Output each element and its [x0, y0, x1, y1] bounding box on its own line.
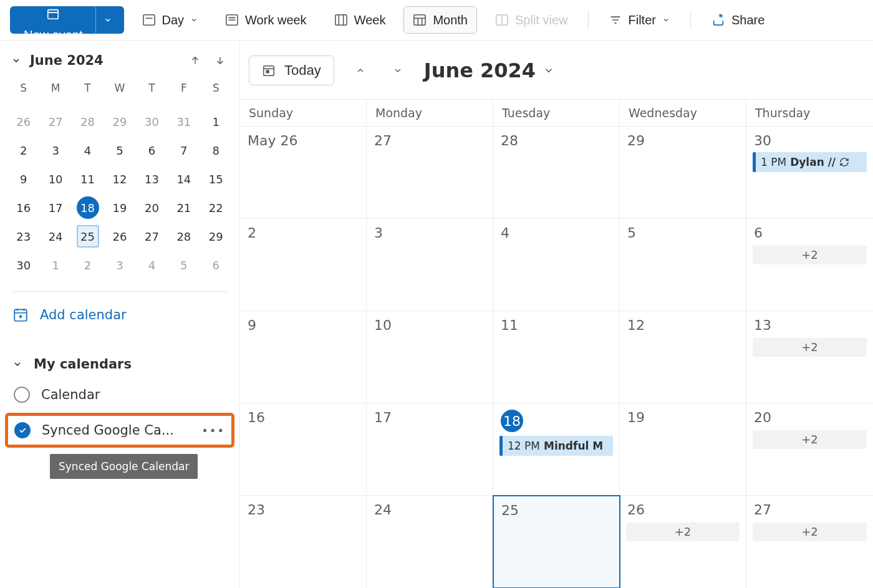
minical-day[interactable]: 27: [136, 224, 168, 249]
minical-day[interactable]: 1: [39, 253, 71, 277]
filter-button[interactable]: Filter: [600, 6, 678, 34]
day-cell[interactable]: 11: [493, 311, 620, 403]
minical-day[interactable]: 11: [72, 166, 104, 191]
day-cell[interactable]: 13+2: [746, 311, 873, 403]
next-period-button[interactable]: [387, 62, 409, 79]
minical-day[interactable]: 5: [168, 253, 200, 277]
minical-day[interactable]: 19: [104, 195, 135, 220]
day-cell[interactable]: 27+2: [746, 496, 873, 588]
day-cell[interactable]: 16: [240, 403, 367, 495]
minical-day[interactable]: 2: [7, 138, 39, 163]
minical-day[interactable]: 20: [136, 195, 168, 220]
minical-day[interactable]: 3: [104, 253, 135, 277]
calendar-row[interactable]: Synced Google Ca...•••: [8, 416, 231, 445]
day-cell[interactable]: 10: [367, 311, 493, 403]
minical-day[interactable]: 4: [72, 138, 104, 163]
minical-day[interactable]: 7: [168, 138, 200, 163]
day-cell[interactable]: 26+2: [620, 496, 746, 588]
minical-day[interactable]: 21: [168, 195, 200, 220]
day-cell[interactable]: 25: [493, 495, 620, 588]
minical-day[interactable]: 8: [200, 138, 232, 163]
more-events-pill[interactable]: +2: [753, 246, 867, 264]
minical-day[interactable]: 1: [200, 109, 232, 134]
minical-day[interactable]: 30: [136, 109, 168, 134]
minical-day[interactable]: 24: [39, 224, 71, 249]
minical-day[interactable]: 23: [7, 224, 39, 249]
day-number: 23: [246, 501, 360, 519]
day-cell[interactable]: 20+2: [746, 403, 873, 495]
day-cell[interactable]: 17: [367, 403, 493, 495]
calendar-row[interactable]: Calendar: [7, 380, 232, 409]
new-event-split[interactable]: [95, 7, 120, 33]
prev-period-button[interactable]: [349, 62, 372, 79]
view-month-button[interactable]: Month: [403, 6, 477, 34]
minical-day[interactable]: 10: [39, 166, 71, 191]
minical-day[interactable]: 29: [200, 224, 232, 249]
day-cell[interactable]: 4: [493, 219, 620, 311]
more-events-pill[interactable]: +2: [753, 523, 867, 541]
share-button[interactable]: Share: [702, 6, 774, 34]
view-week-button[interactable]: Week: [325, 6, 395, 34]
day-cell[interactable]: 29: [620, 127, 746, 218]
my-calendars-section[interactable]: My calendars: [7, 348, 232, 380]
calendar-add-icon: [12, 307, 29, 323]
minical-day[interactable]: 6: [136, 138, 168, 163]
checkbox-checked-icon[interactable]: [14, 422, 31, 438]
minical-day[interactable]: 2: [72, 253, 104, 277]
minical-day[interactable]: 12: [104, 166, 135, 191]
month-title[interactable]: June 2024: [424, 59, 554, 82]
more-events-pill[interactable]: +2: [753, 338, 867, 357]
arrow-down-icon[interactable]: [215, 55, 226, 66]
today-button[interactable]: Today: [249, 55, 334, 85]
minical-day[interactable]: 31: [168, 109, 200, 134]
day-cell[interactable]: 23: [240, 496, 367, 588]
day-cell[interactable]: 2: [240, 219, 367, 311]
minical-day[interactable]: 3: [39, 138, 71, 163]
minical-day[interactable]: 15: [200, 166, 232, 191]
minical-day[interactable]: 22: [200, 195, 232, 220]
minical-day[interactable]: 13: [136, 166, 168, 191]
minical-day[interactable]: 30: [7, 253, 39, 277]
minical-day[interactable]: 6: [200, 253, 232, 277]
minical-day[interactable]: 16: [7, 195, 39, 220]
minical-day[interactable]: 26: [7, 109, 39, 134]
day-number: 26: [626, 501, 740, 519]
minical-day[interactable]: 27: [39, 109, 71, 134]
day-cell[interactable]: 301 PMDylan //: [746, 127, 873, 218]
more-events-pill[interactable]: +2: [753, 430, 867, 449]
view-workweek-button[interactable]: Work week: [216, 6, 316, 34]
day-cell[interactable]: May 26: [240, 127, 367, 218]
view-day-button[interactable]: Day: [133, 6, 208, 34]
more-events-pill[interactable]: +2: [626, 523, 740, 541]
event-pill[interactable]: 1 PMDylan //: [753, 152, 867, 172]
minical-day[interactable]: 9: [7, 166, 39, 191]
minical-day[interactable]: 4: [136, 253, 168, 277]
day-cell[interactable]: 12: [620, 311, 746, 403]
minical-day[interactable]: 14: [168, 166, 200, 191]
minical-day[interactable]: 17: [39, 195, 71, 220]
new-event-button[interactable]: New event: [10, 6, 124, 34]
minical-day[interactable]: 25: [72, 224, 104, 249]
day-cell[interactable]: 9: [240, 311, 367, 403]
chevron-down-icon[interactable]: [11, 55, 21, 65]
add-calendar-link[interactable]: Add calendar: [7, 298, 232, 332]
checkbox-unchecked-icon[interactable]: [14, 387, 30, 403]
day-cell[interactable]: 28: [493, 127, 620, 218]
minical-day[interactable]: 28: [168, 224, 200, 249]
minical-day[interactable]: 26: [104, 224, 135, 249]
minical-day[interactable]: 18: [72, 195, 104, 220]
minical-day[interactable]: 29: [104, 109, 135, 134]
day-cell[interactable]: 24: [367, 496, 493, 588]
minical-day[interactable]: 28: [72, 109, 104, 134]
day-cell[interactable]: 1812 PMMindful M: [493, 403, 620, 495]
minical-day[interactable]: 5: [104, 138, 135, 163]
day-cell[interactable]: 6+2: [746, 219, 873, 311]
minical-dow-cell: T: [136, 78, 168, 98]
day-cell[interactable]: 5: [620, 219, 746, 311]
day-cell[interactable]: 3: [367, 219, 493, 311]
arrow-up-icon[interactable]: [190, 55, 201, 66]
day-cell[interactable]: 19: [620, 403, 746, 495]
more-options-icon[interactable]: •••: [201, 424, 225, 437]
day-cell[interactable]: 27: [367, 127, 493, 218]
event-pill[interactable]: 12 PMMindful M: [499, 436, 613, 456]
